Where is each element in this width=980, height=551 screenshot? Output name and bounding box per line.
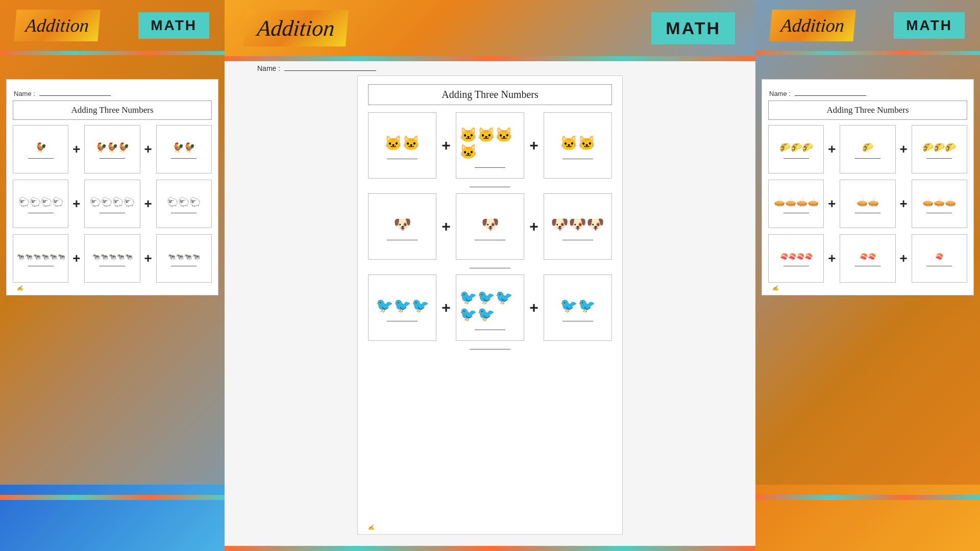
right-r1-box1: 🌮🌮🌮 xyxy=(768,125,824,173)
left-r1-line2 xyxy=(100,158,125,159)
center-name-line[interactable] xyxy=(284,70,376,71)
left-stripe xyxy=(0,51,225,55)
center-r1-box2: 🐱🐱🐱🐱 xyxy=(456,112,524,179)
center-r1-emoji1: 🐱🐱 xyxy=(381,132,423,155)
right-name-line[interactable] xyxy=(795,95,866,96)
right-panel: Addition MATH Name : Adding Three Number… xyxy=(755,0,980,551)
center-r3-box2: 🐦🐦🐦🐦🐦 xyxy=(456,274,524,341)
center-math-badge: MATH xyxy=(651,12,735,44)
left-name-field: Name : xyxy=(13,90,212,97)
left-r2-emoji3: 🐑🐑🐑 xyxy=(165,194,203,210)
center-r2-box3: 🐶🐶🐶 xyxy=(544,193,612,260)
center-r3-line1 xyxy=(387,321,418,321)
right-r2-line2 xyxy=(855,213,880,213)
center-addition-logo: Addition xyxy=(243,10,349,46)
right-signature: ✍ xyxy=(772,285,778,291)
right-worksheet: Name : Adding Three Numbers 🌮🌮🌮 + 🌮 + 🌮🌮… xyxy=(762,79,974,295)
right-name-field: Name : xyxy=(768,90,967,97)
center-eq-line3 xyxy=(470,349,510,349)
right-r2-box1: 🥧🥧🥧🥧 xyxy=(768,180,824,228)
left-r3-box2: 🐄🐄🐄🐄🐄 xyxy=(84,234,140,283)
center-row-1: 🐱🐱 + 🐱🐱🐱🐱 + 🐱🐱 xyxy=(368,112,612,179)
center-panel: Addition MATH Name : Adding Three Number… xyxy=(225,0,755,551)
left-r2-line1 xyxy=(28,213,54,213)
right-r1-box3: 🌮🌮🌮 xyxy=(912,125,967,173)
left-math-badge: MATH xyxy=(138,12,209,39)
center-header: Addition MATH xyxy=(225,0,755,56)
center-worksheet: Adding Three Numbers 🐱🐱 + 🐱🐱🐱🐱 + 🐱🐱 xyxy=(357,76,623,535)
left-r1-emoji2: 🐓🐓🐓 xyxy=(93,140,131,155)
right-plus2a: + xyxy=(828,196,836,212)
right-r3-line3 xyxy=(926,266,952,266)
left-worksheet-title: Adding Three Numbers xyxy=(13,101,212,120)
right-r2-box3: 🥧🥧🥧 xyxy=(912,180,967,228)
right-r1-emoji1: 🌮🌮🌮 xyxy=(777,140,815,155)
left-r1-box2: 🐓🐓🐓 xyxy=(84,125,140,173)
center-r2-line1 xyxy=(387,240,418,240)
right-r3-line2 xyxy=(855,266,880,266)
left-plus3a: + xyxy=(72,251,80,266)
right-plus3a: + xyxy=(828,251,836,266)
center-r1-box1: 🐱🐱 xyxy=(368,112,436,179)
center-r2-line3 xyxy=(562,240,593,240)
center-r3-line3 xyxy=(562,321,593,321)
left-row-3: 🐄🐄🐄🐄🐄🐄 + 🐄🐄🐄🐄🐄 + 🐄🐄🐄🐄 xyxy=(13,234,212,283)
left-plus1a: + xyxy=(72,141,80,157)
left-r2-box3: 🐑🐑🐑 xyxy=(156,180,212,228)
right-r3-emoji1: 🍣🍣🍣🍣 xyxy=(778,251,815,263)
center-r3-emoji2: 🐦🐦🐦🐦🐦 xyxy=(456,286,524,325)
center-r3-emoji3: 🐦🐦 xyxy=(557,294,599,317)
left-r2-line3 xyxy=(171,213,197,213)
right-r1-line1 xyxy=(783,158,809,159)
right-header: Addition MATH xyxy=(755,0,980,51)
center-worksheet-title: Adding Three Numbers xyxy=(368,84,612,105)
left-r3-emoji3: 🐄🐄🐄🐄 xyxy=(165,251,202,263)
left-r2-emoji2: 🐑🐑🐑🐑 xyxy=(88,194,137,210)
center-r2-box2: 🐶 xyxy=(456,193,524,260)
center-name-field: Name : xyxy=(255,64,376,72)
left-name-line[interactable] xyxy=(39,95,111,96)
left-r3-box1: 🐄🐄🐄🐄🐄🐄 xyxy=(13,234,68,283)
center-plus1a: + xyxy=(442,137,451,154)
center-eq-line1 xyxy=(470,187,510,187)
right-plus2b: + xyxy=(900,196,908,212)
right-bottom-stripe xyxy=(755,495,980,500)
left-plus1b: + xyxy=(144,141,152,157)
center-r2-emoji1: 🐶 xyxy=(390,213,414,236)
right-r2-box2: 🥧🥧 xyxy=(840,180,895,228)
center-plus2a: + xyxy=(442,218,451,235)
center-r1-emoji3: 🐱🐱 xyxy=(557,132,599,155)
center-plus3b: + xyxy=(529,299,538,316)
left-plus2a: + xyxy=(72,196,80,212)
right-r3-line1 xyxy=(783,266,809,266)
right-r2-emoji1: 🥧🥧🥧🥧 xyxy=(772,194,821,210)
right-r3-box1: 🍣🍣🍣🍣 xyxy=(768,234,824,283)
left-r1-emoji1: 🐓 xyxy=(33,140,48,155)
right-plus1b: + xyxy=(900,141,908,157)
center-r2-emoji2: 🐶 xyxy=(478,213,502,236)
center-r1-emoji2: 🐱🐱🐱🐱 xyxy=(456,123,524,163)
left-r3-box3: 🐄🐄🐄🐄 xyxy=(156,234,212,283)
center-r1-line1 xyxy=(387,159,418,159)
center-r3-emoji1: 🐦🐦🐦 xyxy=(373,294,432,317)
center-r2-line2 xyxy=(475,240,505,240)
right-row-1: 🌮🌮🌮 + 🌮 + 🌮🌮🌮 xyxy=(768,125,967,173)
center-r2-emoji3: 🐶🐶🐶 xyxy=(548,213,607,236)
left-row-1: 🐓 + 🐓🐓🐓 + 🐓🐓 xyxy=(13,125,212,173)
right-r1-emoji2: 🌮 xyxy=(860,140,875,155)
center-row-2: 🐶 + 🐶 + 🐶🐶🐶 xyxy=(368,193,612,260)
center-r1-line2 xyxy=(475,167,505,168)
left-r3-line1 xyxy=(28,266,54,266)
right-r1-line3 xyxy=(926,158,952,159)
left-r3-line2 xyxy=(100,266,125,266)
left-r1-box1: 🐓 xyxy=(13,125,68,173)
left-r1-box3: 🐓🐓 xyxy=(156,125,212,173)
right-r2-line1 xyxy=(783,213,809,213)
left-r1-line1 xyxy=(28,158,54,159)
right-math-badge: MATH xyxy=(894,12,965,39)
right-r1-box2: 🌮 xyxy=(840,125,895,173)
left-r3-emoji2: 🐄🐄🐄🐄🐄 xyxy=(90,251,135,263)
right-r3-emoji3: 🍣 xyxy=(933,251,945,263)
right-r2-emoji2: 🥧🥧 xyxy=(854,194,881,210)
left-header: Addition MATH xyxy=(0,0,225,51)
